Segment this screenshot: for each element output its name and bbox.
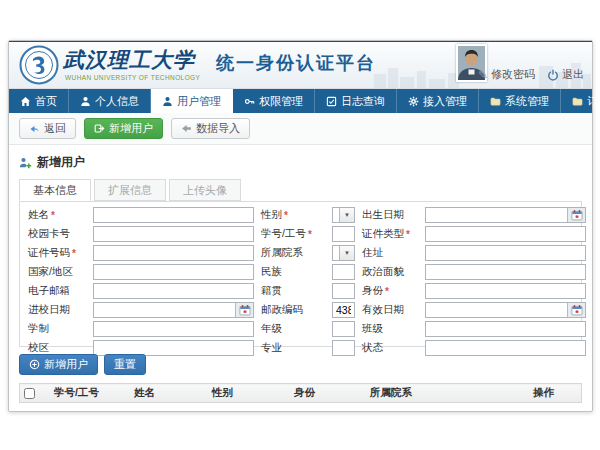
field-label: 证件号码* xyxy=(28,246,86,260)
field-label: 住址 xyxy=(362,246,418,260)
tab-extended-info[interactable]: 扩展信息 xyxy=(94,179,166,201)
tab-upload-avatar[interactable]: 上传头像 xyxy=(169,179,241,201)
field-label: 专业 xyxy=(261,341,325,355)
back-button[interactable]: 返回 xyxy=(19,118,76,139)
table-header-row: 学号/工号 姓名 性别 身份 所属院系 操作 xyxy=(20,384,582,403)
field-label: 电子邮箱 xyxy=(28,284,86,298)
section-title: 新增用户 xyxy=(37,154,85,171)
users-table: 学号/工号 姓名 性别 身份 所属院系 操作 xyxy=(19,383,582,418)
data-import-label: 数据导入 xyxy=(196,121,240,136)
field-label: 进校日期 xyxy=(28,303,86,317)
app-window: 武汉理工大学 WUHAN UNIVERSITY OF TECHNOLOGY 统一… xyxy=(8,40,593,412)
submit-add-user-label: 新增用户 xyxy=(44,357,88,372)
native-place-input[interactable] xyxy=(332,283,355,299)
field-label: 性别* xyxy=(261,208,325,222)
nav-system-management[interactable]: 系统管理 xyxy=(479,89,561,113)
nav-permission-management[interactable]: 权限管理 xyxy=(233,89,315,113)
field-label: 有效日期 xyxy=(362,303,418,317)
name-input[interactable] xyxy=(93,207,254,223)
back-label: 返回 xyxy=(44,121,66,136)
nav-access-management[interactable]: 接入管理 xyxy=(397,89,479,113)
nav-label: 权限管理 xyxy=(259,94,303,109)
required-asterisk: * xyxy=(51,210,55,221)
grade-input[interactable] xyxy=(332,321,355,337)
nav-label: 用户管理 xyxy=(177,94,221,109)
nav-log-query[interactable]: 日志查询 xyxy=(315,89,397,113)
address-input[interactable] xyxy=(425,245,586,261)
nav-label: 系统管理 xyxy=(505,94,549,109)
data-import-button[interactable]: 数据导入 xyxy=(171,118,250,139)
form-actions: 新增用户 重置 xyxy=(19,354,582,375)
nav-home[interactable]: 首页 xyxy=(9,89,69,113)
change-password-link[interactable]: ✎ 修改密码 xyxy=(478,67,535,82)
field-label: 政治面貌 xyxy=(362,265,418,279)
col-student-id: 学号/工号 xyxy=(50,384,130,403)
home-icon xyxy=(20,96,31,107)
field-label: 姓名* xyxy=(28,208,86,222)
enroll-date-input[interactable] xyxy=(94,303,235,317)
key-icon xyxy=(244,96,255,107)
department-select[interactable]: ▼ xyxy=(332,245,355,261)
empty-table-row xyxy=(20,403,582,419)
schooling-length-input[interactable] xyxy=(93,321,254,337)
nav-label: 个人信息 xyxy=(95,94,139,109)
postal-code-input[interactable] xyxy=(332,302,355,318)
add-user-toolbar-button[interactable]: 新增用户 xyxy=(84,118,163,139)
main-nav: 首页 个人信息 用户管理 权限管理 日志查询 接入管理 系统管理 订阅管理 xyxy=(9,89,592,113)
field-label: 状态 xyxy=(362,341,418,355)
gear-icon xyxy=(408,96,419,107)
logout-link[interactable]: 退出 xyxy=(547,67,584,82)
basic-info-panel: 姓名* 性别* ▼ 出生日期 校园卡号 学号/工号* 证件类型* 证件号码* 所… xyxy=(19,201,582,347)
email-input[interactable] xyxy=(93,283,254,299)
content-area: 新增用户 基本信息 扩展信息 上传头像 姓名* 性别* ▼ 出生日期 校园卡号 … xyxy=(9,145,592,418)
id-type-input[interactable] xyxy=(425,226,586,242)
birth-date-input[interactable] xyxy=(426,208,567,222)
student-id-input[interactable] xyxy=(332,226,355,242)
country-region-input[interactable] xyxy=(93,264,254,280)
import-arrow-icon xyxy=(181,123,192,134)
required-asterisk: * xyxy=(284,210,288,221)
nav-personal-info[interactable]: 个人信息 xyxy=(69,89,151,113)
chevron-down-icon[interactable]: ▼ xyxy=(339,208,354,222)
add-user-icon xyxy=(94,123,105,134)
add-user-label: 新增用户 xyxy=(109,121,153,136)
campus-card-input[interactable] xyxy=(93,226,254,242)
chevron-down-icon[interactable]: ▼ xyxy=(339,246,354,260)
identity-input[interactable] xyxy=(425,283,586,299)
toolbar: 返回 新增用户 数据导入 xyxy=(9,113,592,145)
field-label: 所属院系 xyxy=(261,246,325,260)
class-input[interactable] xyxy=(425,321,586,337)
submit-add-user-button[interactable]: 新增用户 xyxy=(19,354,98,375)
folder-icon xyxy=(572,96,583,107)
form-tabs: 基本信息 扩展信息 上传头像 xyxy=(19,179,582,201)
nav-user-management[interactable]: 用户管理 xyxy=(151,89,233,113)
field-label: 校区 xyxy=(28,341,86,355)
calendar-icon[interactable] xyxy=(567,208,585,222)
calendar-icon[interactable] xyxy=(567,303,585,317)
back-arrow-icon xyxy=(29,123,40,134)
field-label: 学号/工号* xyxy=(261,227,325,241)
required-asterisk: * xyxy=(308,229,312,240)
tab-basic-info[interactable]: 基本信息 xyxy=(19,179,91,201)
nav-label: 接入管理 xyxy=(423,94,467,109)
gender-select[interactable]: ▼ xyxy=(332,207,355,223)
reset-label: 重置 xyxy=(114,357,136,372)
nav-subscription-management[interactable]: 订阅管理 xyxy=(561,89,600,113)
reset-button[interactable]: 重置 xyxy=(104,354,146,375)
nav-label: 首页 xyxy=(35,94,57,109)
calendar-icon[interactable] xyxy=(235,303,253,317)
user-icon xyxy=(80,96,91,107)
university-name: 武汉理工大学 xyxy=(63,46,195,74)
field-label: 班级 xyxy=(362,322,418,336)
header: 武汉理工大学 WUHAN UNIVERSITY OF TECHNOLOGY 统一… xyxy=(9,42,592,89)
political-status-input[interactable] xyxy=(425,264,586,280)
select-all-checkbox[interactable] xyxy=(24,388,35,399)
ethnicity-input[interactable] xyxy=(332,264,355,280)
valid-date-input[interactable] xyxy=(426,303,567,317)
building-watermark xyxy=(372,66,467,88)
section-header: 新增用户 xyxy=(19,154,582,171)
logout-label: 退出 xyxy=(562,67,584,82)
id-number-input[interactable] xyxy=(93,245,254,261)
field-label: 学制 xyxy=(28,322,86,336)
field-label: 年级 xyxy=(261,322,325,336)
